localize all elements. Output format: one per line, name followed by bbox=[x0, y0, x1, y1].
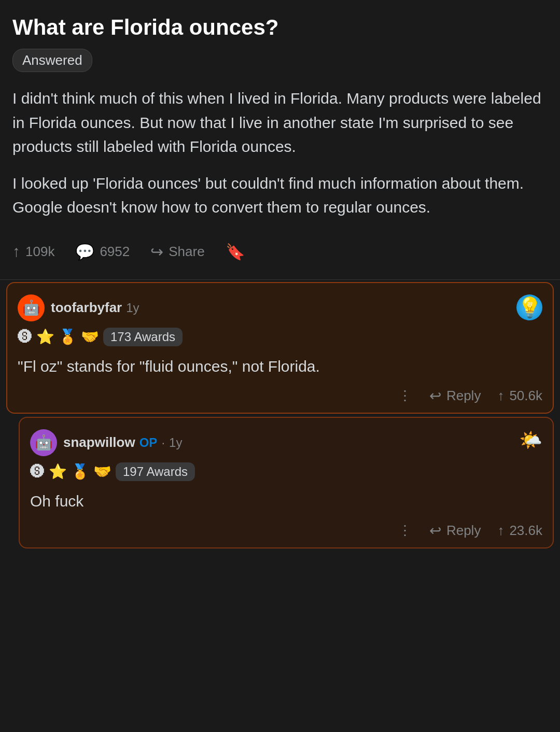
reply-icon-1: ↩ bbox=[429, 387, 441, 404]
upvote-icon: ↑ bbox=[12, 243, 20, 260]
vote-count-1: 50.6k bbox=[509, 388, 542, 404]
comment-footer-2: ⋮ ↩ Reply ↑ 23.6k bbox=[30, 522, 542, 539]
username-line-2: snapwillow OP · 1y bbox=[63, 434, 182, 451]
vote-count-2: 23.6k bbox=[509, 523, 542, 539]
reply-label-1: Reply bbox=[446, 388, 481, 404]
comments-section: 🤖 toofarbyfar 1y 💡 🅢 ⭐ 🏅 🤝 173 Awards "F… bbox=[0, 282, 560, 548]
reply-icon-2: ↩ bbox=[429, 522, 441, 539]
save-action[interactable]: 🔖 bbox=[226, 243, 245, 261]
awards-pill-1: 173 Awards bbox=[103, 328, 183, 346]
award-plus-icon-2: 🏅 bbox=[71, 463, 89, 480]
upvote-action-2[interactable]: ↑ 23.6k bbox=[497, 523, 542, 539]
comment-footer-1: ⋮ ↩ Reply ↑ 50.6k bbox=[18, 387, 542, 404]
post-paragraph-2: I looked up 'Florida ounces' but couldn'… bbox=[12, 172, 548, 220]
avatar-icon-1: 🤖 bbox=[22, 299, 40, 316]
username-line-1: toofarbyfar 1y bbox=[51, 300, 139, 316]
comment-count: 6952 bbox=[100, 244, 130, 260]
username-2[interactable]: snapwillow bbox=[63, 434, 135, 451]
award-sun-icon-2: 🌤️ bbox=[519, 429, 542, 451]
upvote-action[interactable]: ↑ 109k bbox=[12, 243, 54, 260]
post-paragraph-1: I didn't think much of this when I lived… bbox=[12, 87, 548, 159]
op-badge-2: OP bbox=[139, 435, 158, 450]
more-options-2[interactable]: ⋮ bbox=[398, 523, 413, 539]
award-plus-icon-1: 🏅 bbox=[59, 328, 77, 345]
comment-action[interactable]: 💬 6952 bbox=[75, 243, 130, 261]
username-age-2: snapwillow OP · 1y bbox=[63, 434, 182, 451]
comment-icon: 💬 bbox=[75, 243, 94, 261]
comment-body-1: "Fl oz" stands for "fluid ounces," not F… bbox=[18, 355, 542, 378]
age-1: 1y bbox=[126, 301, 139, 315]
comment-user-info-1: 🤖 toofarbyfar 1y bbox=[18, 294, 139, 321]
award-star-icon-1: ⭐ bbox=[36, 328, 54, 345]
divider bbox=[0, 279, 560, 280]
comment-award-row-1: 🅢 ⭐ 🏅 🤝 173 Awards bbox=[18, 328, 542, 346]
avatar-icon-2: 🤖 bbox=[35, 434, 53, 451]
comment-user-info-2: 🤖 snapwillow OP · 1y bbox=[30, 429, 182, 456]
comment-card-2: 🤖 snapwillow OP · 1y 🌤️ 🅢 ⭐ 🏅 🤝 bbox=[19, 417, 554, 548]
post-actions: ↑ 109k 💬 6952 ↪ Share 🔖 bbox=[12, 236, 548, 267]
upvote-arrow-icon-1: ↑ bbox=[497, 388, 504, 404]
comment-award-row-2: 🅢 ⭐ 🏅 🤝 197 Awards bbox=[30, 462, 542, 481]
dot-sep-2: · bbox=[161, 435, 165, 450]
share-icon: ↪ bbox=[150, 243, 163, 261]
save-icon: 🔖 bbox=[226, 243, 245, 261]
upvote-action-1[interactable]: ↑ 50.6k bbox=[497, 388, 542, 404]
award-star-icon-2: ⭐ bbox=[49, 463, 67, 480]
awards-pill-2: 197 Awards bbox=[116, 462, 195, 481]
upvote-count: 109k bbox=[25, 244, 54, 260]
award-s-icon-1: 🅢 bbox=[18, 328, 32, 345]
share-label: Share bbox=[169, 244, 204, 260]
award-tip-icon-1: 💡 bbox=[516, 294, 542, 320]
comment-card-1: 🤖 toofarbyfar 1y 💡 🅢 ⭐ 🏅 🤝 173 Awards "F… bbox=[6, 282, 554, 414]
award-s-icon-2: 🅢 bbox=[30, 463, 45, 480]
gap bbox=[6, 414, 554, 417]
share-action[interactable]: ↪ Share bbox=[150, 243, 204, 261]
comment-body-2: Oh fuck bbox=[30, 489, 542, 513]
username-age-1: toofarbyfar 1y bbox=[51, 300, 139, 316]
award-hand-icon-1: 🤝 bbox=[81, 328, 99, 345]
post-title: What are Florida ounces? bbox=[12, 15, 548, 40]
post-body: I didn't think much of this when I lived… bbox=[12, 87, 548, 220]
reply-action-2[interactable]: ↩ Reply bbox=[429, 522, 481, 539]
more-options-1[interactable]: ⋮ bbox=[398, 388, 413, 404]
upvote-arrow-icon-2: ↑ bbox=[497, 523, 504, 539]
avatar-1: 🤖 bbox=[18, 294, 45, 321]
reply-action-1[interactable]: ↩ Reply bbox=[429, 387, 481, 404]
post-container: What are Florida ounces? Answered I didn… bbox=[0, 0, 560, 277]
comment-header-2: 🤖 snapwillow OP · 1y 🌤️ bbox=[30, 429, 542, 456]
username-1[interactable]: toofarbyfar bbox=[51, 300, 122, 316]
award-hand-icon-2: 🤝 bbox=[93, 463, 111, 480]
answered-badge: Answered bbox=[12, 49, 92, 72]
comment-header-1: 🤖 toofarbyfar 1y 💡 bbox=[18, 294, 542, 321]
reply-label-2: Reply bbox=[446, 523, 481, 539]
avatar-2: 🤖 bbox=[30, 429, 57, 456]
age-2: 1y bbox=[169, 435, 182, 450]
